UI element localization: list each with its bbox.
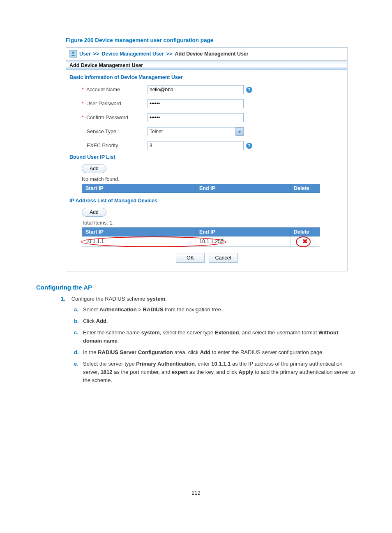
required-star: *	[82, 101, 84, 107]
section-bar-title: Add Device Management User	[66, 60, 347, 70]
breadcrumb-sep: >>	[166, 51, 173, 57]
figure-caption: Figure 206 Device management user config…	[66, 37, 356, 43]
confirm-password-label: Confirm Password	[86, 115, 128, 121]
step1-text: Configure the RADIUS scheme system:	[71, 296, 167, 302]
list-marker: b.	[74, 317, 83, 325]
user-icon	[69, 50, 77, 58]
user-password-input[interactable]	[148, 99, 244, 108]
help-icon[interactable]: ?	[246, 143, 252, 149]
col-delete: Delete	[291, 228, 320, 236]
service-type-select[interactable]: Telnet	[148, 127, 244, 136]
breadcrumb-user[interactable]: User	[79, 51, 91, 57]
cell-start-ip: 10.1.1.1	[82, 236, 196, 247]
breadcrumb: User >> Device Management User >> Add De…	[66, 48, 347, 60]
col-end-ip[interactable]: End IP	[196, 184, 291, 193]
service-type-value: Telnet	[150, 129, 163, 134]
list-marker: d.	[74, 348, 83, 357]
list-marker: c.	[74, 329, 83, 345]
required-star: *	[82, 87, 84, 93]
service-type-label: Service Type	[87, 129, 116, 134]
required-star: *	[82, 115, 84, 121]
managed-ip-add-button[interactable]: Add	[82, 208, 106, 217]
svg-rect-0	[69, 50, 77, 58]
delete-icon[interactable]: ✖	[294, 238, 316, 245]
basic-info-title: Basic Information of Device Management U…	[69, 73, 344, 83]
col-delete: Delete	[291, 184, 320, 193]
substep-b: Click Add.	[83, 317, 356, 325]
svg-point-1	[72, 52, 74, 54]
doc-heading: Configuring the AP	[36, 284, 356, 291]
managed-ip-table: Start IP End IP Delete 10.1.1.1 10.1.1.2…	[82, 227, 320, 247]
app-screenshot-box: User >> Device Management User >> Add De…	[66, 47, 348, 271]
ok-button[interactable]: OK	[176, 253, 205, 263]
breadcrumb-dmu[interactable]: Device Management User	[101, 51, 164, 57]
bound-ip-empty-msg: No match found.	[69, 176, 344, 184]
substep-e: Select the server type Primary Authentic…	[83, 360, 356, 385]
cancel-button[interactable]: Cancel	[209, 253, 238, 263]
chevron-down-icon	[235, 127, 243, 136]
managed-ip-title: IP Address List of Managed Devices	[69, 196, 344, 206]
managed-ip-total-msg: Total Items: 1.	[69, 219, 344, 227]
account-name-label: Account Name	[86, 87, 120, 93]
substep-d: In the RADIUS Server Configuration area,…	[83, 348, 356, 357]
bound-ip-title: Bound User IP List	[69, 153, 344, 162]
col-start-ip[interactable]: Start IP	[82, 228, 196, 236]
page-number: 212	[0, 490, 392, 496]
list-marker: a.	[74, 306, 83, 314]
account-name-input[interactable]	[148, 85, 244, 94]
breadcrumb-sep: >>	[93, 51, 99, 57]
user-password-label: User Password	[86, 101, 121, 107]
cell-end-ip: 10.1.1.255	[196, 236, 291, 247]
bound-ip-table: Start IP End IP Delete	[82, 184, 320, 193]
help-icon[interactable]: ?	[246, 87, 252, 93]
substep-a: Select Authentication > RADIUS from the …	[83, 306, 356, 314]
breadcrumb-current: Add Device Management User	[175, 51, 248, 57]
table-row: 10.1.1.1 10.1.1.255 ✖	[82, 236, 320, 247]
exec-priority-input[interactable]	[148, 141, 244, 150]
bound-ip-add-button[interactable]: Add	[82, 164, 106, 173]
col-start-ip[interactable]: Start IP	[82, 184, 196, 193]
substep-c: Enter the scheme name system, select the…	[83, 329, 356, 345]
list-marker: 1.	[61, 295, 70, 303]
exec-priority-label: EXEC Priority	[87, 143, 118, 148]
col-end-ip[interactable]: End IP	[196, 228, 291, 236]
confirm-password-input[interactable]	[148, 113, 244, 122]
list-marker: e.	[74, 360, 83, 385]
